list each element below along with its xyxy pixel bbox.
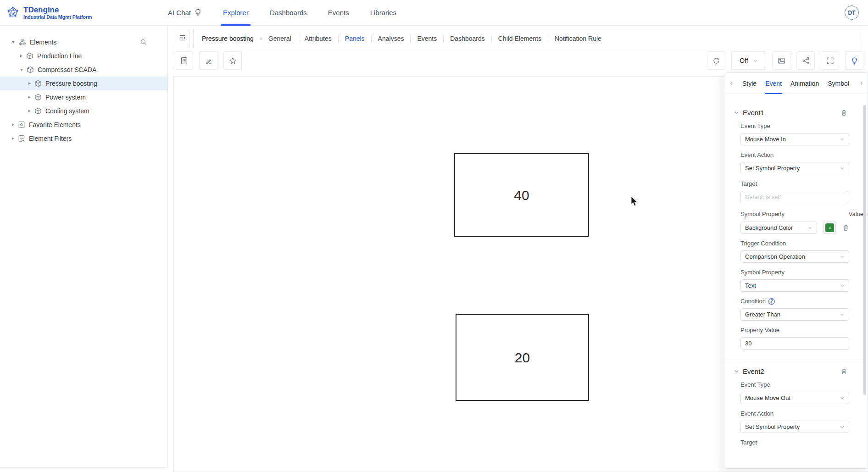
sidebar-item-element-filters[interactable]: Element Filters	[0, 132, 167, 145]
symbol-property2-select[interactable]: Text	[740, 279, 849, 292]
caret-right-icon[interactable]	[12, 137, 14, 140]
panel-scrollbar[interactable]	[863, 105, 866, 395]
refresh-button[interactable]	[707, 51, 725, 70]
tab-analyses[interactable]: Analyses	[378, 35, 404, 42]
edit-button[interactable]	[199, 51, 217, 70]
ai-bulb-icon	[194, 8, 202, 17]
sidebar-item-cooling-system[interactable]: Cooling system	[0, 104, 167, 118]
preview-toggle-dropdown[interactable]: Off	[731, 51, 766, 70]
panel-tab-animation[interactable]: Animation	[790, 73, 819, 94]
share-button[interactable]	[796, 51, 815, 70]
collapse-sidebar-button[interactable]	[175, 29, 190, 48]
target-label: Target	[740, 439, 849, 446]
panel-tab-event[interactable]: Event	[765, 73, 782, 94]
help-icon[interactable]: ?	[768, 298, 775, 305]
delete-property-button[interactable]	[842, 224, 849, 231]
nav-item-events[interactable]: Events	[328, 0, 349, 26]
tabs-scroll-left-icon[interactable]	[729, 81, 734, 86]
sidebar-item-label: Elements	[30, 39, 56, 46]
fullscreen-button[interactable]	[821, 51, 839, 70]
caret-right-icon[interactable]	[28, 96, 31, 99]
tab-child-elements[interactable]: Child Elements	[498, 35, 541, 42]
symbol-property-header: Symbol Property Value +	[740, 210, 849, 218]
nav-item-explorer[interactable]: Explorer	[223, 0, 249, 26]
panel-tabs: Style Event Animation Symbol Pr	[724, 73, 868, 94]
tabs-scroll-right-icon[interactable]	[859, 81, 864, 86]
canvas-toolbar-left	[175, 51, 242, 70]
caret-right-icon[interactable]	[28, 82, 31, 85]
brand-subtitle: Industrial Data Mgmt Platform	[23, 14, 92, 20]
sidebar-item-power-system[interactable]: Power system	[0, 90, 167, 104]
brand-logo[interactable]: TDengine Industrial Data Mgmt Platform	[6, 6, 168, 20]
caret-down-icon[interactable]	[12, 41, 15, 44]
chevron-down-icon	[840, 254, 845, 259]
sidebar-item-compressor-scada[interactable]: Compressor SCADA	[0, 63, 167, 77]
nav-item-libraries[interactable]: Libraries	[370, 0, 397, 26]
trash-icon	[842, 224, 849, 231]
tab-general[interactable]: General	[268, 35, 291, 42]
divider	[491, 35, 492, 42]
nav-item-ai-chat[interactable]: AI Chat	[168, 0, 202, 26]
fullscreen-icon	[826, 57, 834, 65]
symbol-property-row: Background Color	[740, 222, 849, 234]
cube-icon	[26, 52, 33, 60]
panel-tab-style[interactable]: Style	[742, 73, 757, 94]
sidebar-item-label: Favorite Elements	[29, 121, 81, 128]
delete-event1-button[interactable]	[840, 109, 847, 116]
panel-tab-symbol-properties[interactable]: Symbol Pr	[827, 73, 851, 94]
canvas-rect-20[interactable]: 20	[456, 314, 589, 401]
tab-notification-rule[interactable]: Notification Rule	[555, 35, 601, 42]
target-input[interactable]	[740, 191, 849, 203]
symbol-events-toggle-button[interactable]	[845, 51, 863, 70]
favorite-button[interactable]	[223, 51, 242, 70]
event1-title: Event1	[743, 109, 837, 117]
app-window: TDengine Industrial Data Mgmt Platform A…	[0, 0, 868, 472]
chevron-down-icon	[753, 58, 758, 63]
trigger-condition-select[interactable]: Comparison Operation	[740, 250, 849, 263]
sidebar-item-favorite-elements[interactable]: Favorite Elements	[0, 118, 167, 132]
tab-events[interactable]: Events	[417, 35, 437, 42]
user-avatar[interactable]: DT	[845, 6, 859, 20]
event1-header[interactable]: Event1	[724, 109, 868, 117]
event2-header[interactable]: Event2	[724, 367, 868, 375]
cube-icon	[27, 66, 34, 73]
main-nav: AI Chat Explorer Dashboards Events Libra…	[168, 0, 396, 26]
caret-right-icon[interactable]	[12, 123, 14, 126]
sidebar-item-label: Production Line	[37, 52, 82, 60]
event-type-select[interactable]: Mouse Move Out	[740, 392, 849, 404]
nav-label: AI Chat	[168, 9, 191, 17]
sidebar-item-production-line[interactable]: Production Line	[0, 49, 167, 63]
caret-right-icon[interactable]	[20, 55, 22, 57]
outline-list-button[interactable]	[175, 51, 193, 70]
search-icon[interactable]	[140, 39, 147, 46]
property-value-input[interactable]	[740, 337, 849, 350]
event-type-select[interactable]: Mouse Move In	[740, 133, 849, 145]
nav-label: Dashboards	[270, 9, 307, 17]
breadcrumb-title[interactable]: Pressure boosting	[202, 35, 254, 42]
event-action-select[interactable]: Set Symbol Property	[740, 162, 849, 174]
symbol-property-select[interactable]: Background Color	[740, 222, 817, 234]
tab-attributes[interactable]: Attributes	[305, 35, 332, 42]
condition-select[interactable]: Greater Than	[740, 308, 849, 321]
chevron-down-icon	[840, 395, 845, 400]
chevron-down-icon	[734, 110, 739, 115]
event-action-select[interactable]: Set Symbol Property	[740, 421, 849, 433]
sidebar-item-label: Pressure boosting	[45, 80, 97, 87]
chevron-down-icon	[807, 225, 812, 230]
color-value-picker[interactable]	[823, 222, 836, 234]
export-image-button[interactable]	[772, 51, 790, 70]
select-value: Mouse Move In	[745, 136, 840, 143]
tab-panels[interactable]: Panels	[345, 35, 365, 42]
delete-event2-button[interactable]	[840, 368, 847, 375]
refresh-icon	[712, 57, 720, 65]
canvas-rect-40[interactable]: 40	[454, 153, 589, 237]
sidebar-item-elements-root[interactable]: Elements	[0, 35, 167, 49]
nav-item-dashboards[interactable]: Dashboards	[270, 0, 307, 26]
sidebar-item-pressure-boosting[interactable]: Pressure boosting	[0, 77, 167, 90]
tab-dashboards[interactable]: Dashboards	[450, 35, 485, 42]
nav-label: Libraries	[370, 9, 397, 17]
preview-toggle-value: Off	[740, 57, 748, 64]
caret-down-icon[interactable]	[20, 69, 23, 71]
caret-right-icon[interactable]	[28, 110, 31, 112]
cube-icon	[34, 94, 42, 101]
